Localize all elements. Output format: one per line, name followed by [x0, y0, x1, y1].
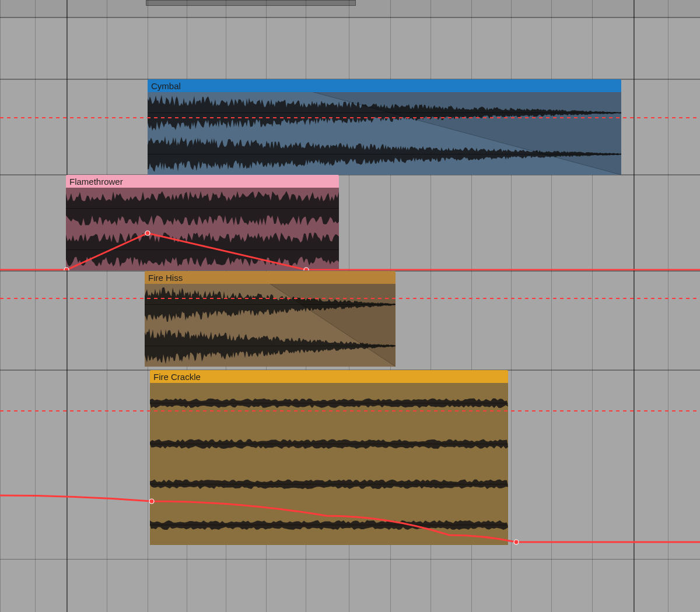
- arrangement-view[interactable]: CymbalFlamethrowerFire HissFire Crackle: [0, 0, 700, 612]
- waveform-channel: [66, 188, 339, 229]
- clip-title-bar[interactable]: Flamethrower: [66, 175, 339, 188]
- waveform-channel: [145, 325, 396, 367]
- waveform-channel: [150, 505, 508, 546]
- waveform-channel: [145, 284, 396, 325]
- clip-body[interactable]: [66, 188, 339, 270]
- clip-title-bar[interactable]: Fire Crackle: [150, 370, 508, 383]
- waveform-channel: [150, 424, 508, 465]
- clip-body[interactable]: [145, 284, 396, 367]
- waveform-channel: [148, 92, 621, 133]
- clip-label: Flamethrower: [69, 177, 123, 187]
- clip-label: Fire Crackle: [153, 372, 201, 382]
- clip-title-bar[interactable]: Fire Hiss: [145, 271, 396, 284]
- track-lane[interactable]: [0, 17, 700, 79]
- overview-minimap[interactable]: [0, 0, 700, 17]
- waveform-channel: [66, 229, 339, 270]
- clip-body[interactable]: [148, 92, 621, 175]
- clip-flamethrower[interactable]: Flamethrower: [66, 175, 339, 270]
- clip-fire-hiss[interactable]: Fire Hiss: [145, 271, 396, 367]
- waveform-channel: [148, 133, 621, 175]
- minimap-thumb[interactable]: [146, 0, 356, 6]
- clip-body[interactable]: [150, 383, 508, 545]
- waveform-channel: [150, 464, 508, 505]
- clip-title-bar[interactable]: Cymbal: [148, 79, 621, 92]
- clip-fire-crackle[interactable]: Fire Crackle: [150, 370, 508, 545]
- clip-cymbal[interactable]: Cymbal: [148, 79, 621, 175]
- waveform-channel: [150, 383, 508, 424]
- clip-label: Cymbal: [151, 81, 181, 91]
- clip-label: Fire Hiss: [148, 273, 183, 283]
